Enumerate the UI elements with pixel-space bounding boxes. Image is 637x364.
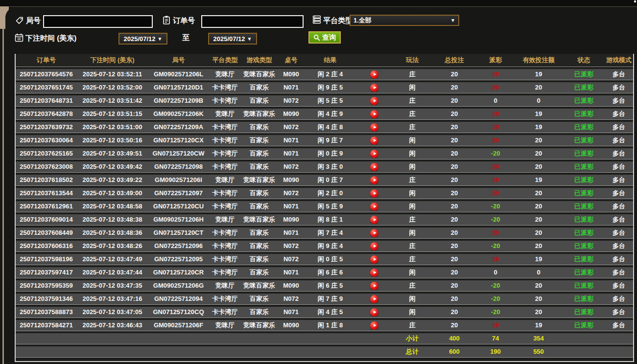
valid-bet-cell: 20 bbox=[514, 214, 563, 225]
result-cell: 闲 7 庄 4 bbox=[305, 228, 356, 238]
replay-play-icon[interactable] bbox=[370, 295, 378, 303]
table-no-cell: M090 bbox=[278, 69, 305, 80]
grand-total-label: 总计 bbox=[393, 346, 432, 357]
game-mode-cell: 多台 bbox=[605, 161, 633, 172]
platform-cell: 卡卡湾厅 bbox=[209, 307, 241, 318]
bet-type-cell: 闲 bbox=[393, 228, 432, 238]
game-type-cell: 百家乐 bbox=[241, 95, 278, 106]
filter-bar: 局号 订单号 平台类型 1.全部 ▼ 下注时间 (美东) 2025/07/12 … bbox=[0, 7, 637, 53]
replay-cell bbox=[356, 123, 393, 132]
bet-type-cell: 闲 bbox=[393, 135, 432, 146]
replay-play-icon[interactable] bbox=[370, 70, 378, 79]
replay-play-icon[interactable] bbox=[370, 163, 378, 171]
replay-play-icon[interactable] bbox=[370, 110, 378, 118]
column-header-1: 订单号 bbox=[16, 54, 77, 67]
replay-play-icon[interactable] bbox=[370, 269, 378, 277]
date-to-value: 2025/07/12 bbox=[213, 35, 245, 43]
bet-type-cell: 闲 bbox=[393, 188, 432, 199]
play-triangle bbox=[374, 245, 377, 248]
date-to-picker[interactable]: 2025/07/12 ▼ bbox=[208, 33, 257, 45]
valid-bet-cell: 19 bbox=[514, 69, 563, 80]
replay-play-icon[interactable] bbox=[370, 84, 378, 92]
round-input[interactable] bbox=[43, 15, 153, 28]
status-cell: 已派彩 bbox=[563, 135, 605, 146]
table-row: 2507120375842712025-07-12 03:46:43GM0902… bbox=[16, 320, 633, 331]
total-bet-cell: 20 bbox=[432, 82, 477, 93]
round-id-cell: GM0902571206L bbox=[148, 69, 209, 80]
replay-play-icon[interactable] bbox=[370, 321, 378, 330]
round-id-cell: GN071257120CW bbox=[148, 148, 209, 159]
bet-time-cell: 2025-07-12 03:51:42 bbox=[77, 95, 148, 106]
query-button[interactable]: 查询 bbox=[308, 31, 341, 44]
result-cell: 闲 0 庄 5 bbox=[305, 254, 356, 265]
bet-type-cell: 闲 bbox=[393, 148, 432, 159]
replay-play-icon[interactable] bbox=[370, 176, 378, 184]
replay-play-icon[interactable] bbox=[370, 150, 378, 158]
order-id-cell: 250712037595359 bbox=[16, 280, 77, 291]
column-header-3: 局号 bbox=[148, 54, 209, 67]
payout-cell: 19 bbox=[477, 109, 514, 119]
replay-play-icon[interactable] bbox=[370, 97, 378, 105]
background-tan-line bbox=[2, 28, 4, 364]
game-type-cell: 竞咪百家乐 bbox=[241, 175, 278, 185]
game-mode-cell: 多台 bbox=[605, 228, 633, 238]
result-cell: 闲 4 庄 8 bbox=[305, 122, 356, 133]
round-id-cell: GN071257120CX bbox=[148, 135, 209, 146]
replay-cell bbox=[356, 321, 393, 330]
payout-cell: 19 bbox=[477, 69, 514, 80]
play-triangle bbox=[374, 152, 377, 155]
replay-play-icon[interactable] bbox=[370, 189, 378, 198]
platform-cell: 卡卡湾厅 bbox=[209, 161, 241, 172]
status-cell: 已派彩 bbox=[563, 95, 605, 106]
replay-cell bbox=[356, 70, 393, 79]
tag-icon bbox=[15, 16, 24, 25]
round-id-cell: GM0902571206G bbox=[148, 280, 209, 291]
round-id-cell: GN0722571209A bbox=[148, 122, 209, 133]
platform-cell: 竞咪厅 bbox=[209, 175, 241, 185]
grand-total-total-bet: 600 bbox=[432, 346, 477, 357]
payout-cell: 20 bbox=[477, 228, 514, 238]
order-field-label: 订单号 bbox=[173, 16, 195, 25]
status-cell: 已派彩 bbox=[563, 254, 605, 265]
replay-play-icon[interactable] bbox=[370, 308, 378, 317]
bet-type-cell: 庄 bbox=[393, 254, 432, 265]
payout-cell: 20 bbox=[477, 82, 514, 93]
replay-play-icon[interactable] bbox=[370, 136, 378, 145]
play-triangle bbox=[374, 86, 377, 89]
order-id-cell: 250712037639732 bbox=[16, 122, 77, 133]
status-cell: 已派彩 bbox=[563, 241, 605, 251]
replay-play-icon[interactable] bbox=[370, 123, 378, 132]
bet-type-cell: 庄 bbox=[393, 241, 432, 251]
replay-play-icon[interactable] bbox=[370, 255, 378, 264]
column-header-11: 派彩 bbox=[477, 54, 514, 67]
platform-select[interactable]: 1.全部 ▼ bbox=[350, 15, 459, 26]
game-mode-cell: 多台 bbox=[605, 69, 633, 80]
round-id-cell: GN071257120CT bbox=[148, 228, 209, 238]
game-mode-cell: 多台 bbox=[605, 320, 633, 331]
payout-cell: 0 bbox=[477, 95, 514, 106]
payout-cell: 20 bbox=[477, 188, 514, 199]
subtotal-valid-bet: 354 bbox=[514, 333, 563, 344]
game-mode-cell: 多台 bbox=[605, 135, 633, 146]
replay-cell bbox=[356, 163, 393, 171]
result-cell: 闲 7 庄 9 bbox=[305, 294, 356, 304]
play-triangle bbox=[374, 165, 377, 168]
replay-play-icon[interactable] bbox=[370, 229, 378, 237]
grand-total-valid-bet: 550 bbox=[514, 346, 563, 357]
order-input[interactable] bbox=[201, 15, 304, 28]
replay-play-icon[interactable] bbox=[370, 282, 378, 290]
to-label: 至 bbox=[182, 33, 189, 43]
platform-field-label: 平台类型 bbox=[323, 16, 353, 25]
replay-cell bbox=[356, 176, 393, 184]
round-id-cell: GM0902571206F bbox=[148, 320, 209, 331]
replay-play-icon[interactable] bbox=[370, 203, 378, 211]
game-type-cell: 竞咪百家乐 bbox=[241, 214, 278, 225]
bet-time-label: 下注时间 (美东) bbox=[25, 34, 76, 43]
table-no-cell: N071 bbox=[278, 307, 305, 318]
date-from-picker[interactable]: 2025/07/12 ▼ bbox=[118, 33, 167, 45]
total-bet-cell: 20 bbox=[432, 175, 477, 185]
replay-play-icon[interactable] bbox=[370, 242, 378, 250]
game-type-cell: 竞咪百家乐 bbox=[241, 320, 278, 331]
bet-time-cell: 2025-07-12 03:52:11 bbox=[77, 69, 148, 80]
replay-play-icon[interactable] bbox=[370, 216, 378, 224]
